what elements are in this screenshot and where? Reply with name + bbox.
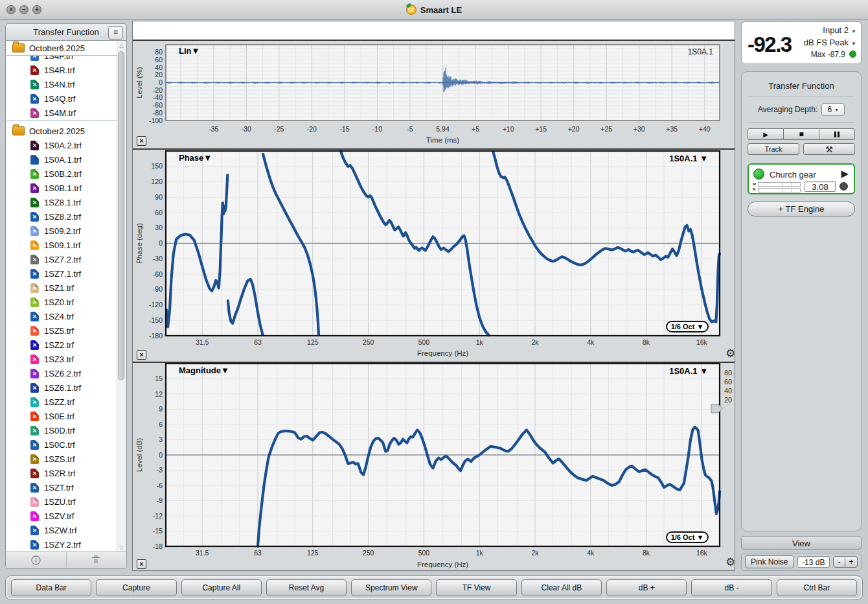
phase-smoothing-button[interactable]: 1/6 Oct ▼ [666, 321, 709, 332]
magnitude-smoothing-button[interactable]: 1/6 Oct ▼ [666, 531, 709, 543]
file-item[interactable]: ×1SZW.trf [6, 523, 126, 537]
trace-file-icon: × [30, 340, 39, 350]
file-item[interactable]: 1S0A.1.trf [6, 152, 126, 167]
impulse-plot[interactable]: 806040200-20-40-60-80-100-35-30-25-20-15… [133, 41, 735, 148]
scroll-up-icon[interactable]: △ [117, 42, 126, 49]
trace-file-icon: × [30, 297, 39, 307]
view-button[interactable]: View [741, 536, 862, 550]
svg-text:150: 150 [151, 162, 163, 170]
file-name: 1SZ6.2.trf [44, 369, 81, 378]
folder-item[interactable]: October2.2025 [6, 124, 126, 138]
file-item[interactable]: ×1SZ1.trf [6, 281, 126, 295]
svg-text:-6: -6 [157, 482, 163, 489]
averaging-depth-select[interactable]: 6▼ [821, 103, 845, 116]
file-item[interactable]: ×1S0D.trf [6, 423, 126, 437]
file-item[interactable]: ×1S4R.trf [6, 63, 126, 77]
magnitude-plot[interactable]: 15129630-3-6-9-12-15-1831.5631252505001k… [133, 363, 735, 573]
level-meter: -92.3 Input 2▼ dB FS Peak▼ Max -87.9 [741, 21, 862, 64]
close-magnitude-pane-icon[interactable]: × [137, 559, 146, 569]
tf-view-button[interactable]: TF View [436, 579, 516, 596]
svg-text:30: 30 [155, 224, 163, 231]
spectrum-view-button[interactable]: Spectrum View [351, 579, 431, 596]
level-decrease-button[interactable]: - [833, 556, 845, 568]
file-item[interactable]: ×1S4P.trf [6, 55, 126, 63]
file-name: 1SZ8.1.trf [44, 198, 81, 207]
file-item[interactable]: ×1SZZ.trf [6, 395, 126, 409]
play-icon: ▶ [763, 131, 768, 138]
file-item[interactable]: ×1SZU.trf [6, 494, 126, 509]
data-bar-button[interactable]: Data Bar [11, 579, 91, 596]
generator-level-field[interactable]: -13 dB [797, 556, 830, 568]
hamburger-menu-icon[interactable]: ≡ [108, 26, 123, 40]
level-increase-button[interactable]: + [845, 556, 858, 568]
phase-settings-gear-icon[interactable]: ⚙ [725, 348, 735, 359]
file-item[interactable]: ×1S0B.2.trf [6, 167, 126, 181]
play-button[interactable]: ▶ [748, 128, 784, 140]
stop-button[interactable]: ■ [784, 128, 819, 140]
record-dot-icon[interactable] [839, 182, 848, 191]
file-name: 1SZ7.2.trf [44, 255, 81, 264]
pause-icon [834, 132, 839, 137]
tf-engine-church-gear[interactable]: Church gear ▶ MR 3.08 [748, 163, 855, 194]
file-item[interactable]: ×1SZ0.trf [6, 295, 126, 309]
reset-avg-button[interactable]: Reset Avg [266, 579, 347, 596]
file-item[interactable]: ×1SZ8.1.trf [6, 195, 126, 209]
tools-button[interactable]: ⚒ [803, 143, 855, 155]
delete-button[interactable] [66, 552, 126, 568]
file-item[interactable]: ×1S4M.trf [6, 106, 126, 120]
file-item[interactable]: ×1SZ5.trf [6, 323, 126, 338]
phase-plot[interactable]: 1501209060300-30-60-90-120-150-18031.563… [133, 150, 735, 363]
file-item[interactable]: ×1S4N.trf [6, 77, 126, 91]
close-phase-pane-icon[interactable]: × [137, 350, 146, 360]
svg-text:0: 0 [159, 78, 163, 86]
svg-text:40: 40 [724, 387, 732, 395]
capture-all-button[interactable]: Capture All [181, 579, 262, 596]
file-item[interactable]: ×1SZ4.trf [6, 309, 126, 323]
scrollbar[interactable]: △ ▽ [117, 41, 126, 552]
trace-file-icon: × [30, 283, 39, 293]
file-item[interactable]: ×1S0B.1.trf [6, 181, 126, 195]
folder-item[interactable]: October6.2025 [6, 41, 126, 55]
db--button[interactable]: dB - [691, 579, 771, 596]
meter-unit-select[interactable]: dB FS Peak▼ [804, 38, 856, 47]
file-item[interactable]: ×1SZS.trf [6, 452, 126, 466]
ctrl-bar-button[interactable]: Ctrl Bar [777, 579, 857, 596]
file-item[interactable]: ×1SZ7.1.trf [6, 266, 126, 281]
file-item[interactable]: ×1SZ6.1.trf [6, 380, 126, 395]
clear-all-db-button[interactable]: Clear All dB [521, 579, 602, 596]
pause-button[interactable] [819, 128, 855, 140]
magnitude-settings-gear-icon[interactable]: ⚙ [725, 557, 735, 568]
file-item[interactable]: ×1S0E.trf [6, 409, 126, 423]
file-item[interactable]: ×1S4Q.trf [6, 91, 126, 106]
add-tf-engine-button[interactable]: + TF Engine [748, 202, 855, 216]
db--button[interactable]: dB + [606, 579, 687, 596]
meter-input-select[interactable]: Input 2▼ [823, 25, 856, 35]
file-item[interactable]: ×1SZR.trf [6, 466, 126, 480]
file-item[interactable]: ×1SZ3.trf [6, 352, 126, 366]
scroll-down-icon[interactable]: ▽ [117, 544, 126, 551]
pink-noise-button[interactable]: Pink Noise [745, 555, 794, 568]
svg-text:8k: 8k [643, 338, 650, 346]
file-item[interactable]: ×1SZT.trf [6, 480, 126, 494]
track-button[interactable]: Track [748, 143, 799, 155]
file-item[interactable]: ×1SZV.trf [6, 509, 126, 523]
file-item[interactable]: ×1SZ8.2.trf [6, 209, 126, 224]
file-item[interactable]: ×1S0C.trf [6, 437, 126, 452]
file-item[interactable]: ×1S0A.2.trf [6, 138, 126, 152]
svg-text:+5: +5 [472, 125, 479, 133]
file-item[interactable]: ×1SZ2.trf [6, 338, 126, 352]
svg-text:500: 500 [418, 549, 430, 557]
file-item[interactable]: ×1SZY.2.trf [6, 537, 126, 552]
trace-file-icon: × [30, 526, 39, 535]
file-item[interactable]: ×1S09.2.trf [6, 224, 126, 238]
engine-delay-field[interactable]: 3.08 [805, 181, 836, 192]
info-button[interactable] [6, 552, 66, 568]
engine-play-icon[interactable]: ▶ [841, 168, 849, 180]
capture-button[interactable]: Capture [96, 579, 176, 596]
scale-arrow-marker[interactable] [711, 404, 722, 413]
file-item[interactable]: ×1S09.1.trf [6, 238, 126, 252]
close-impulse-pane-icon[interactable]: × [137, 136, 146, 146]
file-item[interactable]: ×1SZ6.2.trf [6, 366, 126, 380]
file-item[interactable]: ×1SZ7.2.trf [6, 252, 126, 266]
scrollbar-thumb[interactable] [118, 51, 124, 380]
